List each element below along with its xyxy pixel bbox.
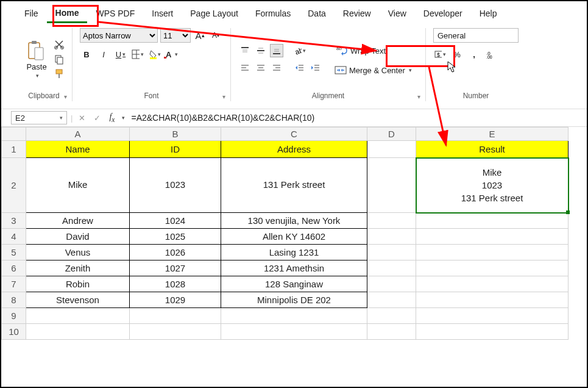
increase-decimal-icon[interactable]: .0.00 (484, 48, 498, 61)
cell[interactable]: Result (416, 141, 569, 158)
select-all-corner[interactable] (2, 128, 26, 141)
increase-font-icon[interactable]: A▴ (193, 29, 207, 42)
col-header-E[interactable]: E (416, 128, 569, 141)
orientation-icon[interactable]: ab▾ (293, 44, 306, 57)
cell[interactable]: 1028 (130, 276, 221, 292)
fx-icon[interactable]: fx (107, 112, 117, 124)
cell-selected[interactable]: Mike 1023 131 Perk street (416, 158, 569, 213)
cell[interactable] (367, 245, 416, 260)
cell[interactable]: 131 Perk street (221, 158, 367, 213)
cell[interactable]: 1024 (130, 213, 221, 229)
cell[interactable] (221, 308, 367, 324)
cell[interactable]: 1231 Amethsin (221, 260, 367, 276)
cell[interactable] (367, 260, 416, 276)
percent-icon[interactable]: % (450, 48, 464, 61)
cell[interactable]: Address (221, 141, 367, 158)
tab-review[interactable]: Review (335, 5, 380, 22)
tab-formulas[interactable]: Formulas (247, 5, 299, 22)
tab-view[interactable]: View (380, 5, 415, 22)
tab-home[interactable]: Home (47, 4, 88, 23)
cell[interactable]: Zenith (26, 260, 130, 276)
border-button[interactable]: ▾ (131, 48, 144, 61)
cell[interactable]: Lasing 1231 (221, 245, 367, 260)
cell[interactable]: 1029 (130, 292, 221, 308)
cell[interactable] (130, 308, 221, 324)
comma-icon[interactable]: , (467, 48, 481, 61)
cell[interactable]: ID (130, 141, 221, 158)
align-middle-icon[interactable] (254, 44, 267, 57)
bold-button[interactable]: B (80, 48, 93, 61)
row-header[interactable]: 2 (2, 158, 26, 213)
tab-developer[interactable]: Developer (415, 5, 471, 22)
font-size-select[interactable]: 11 (160, 28, 191, 43)
cell[interactable] (416, 324, 569, 340)
merge-center-button[interactable]: Merge & Center ▾ (331, 64, 416, 76)
cell[interactable] (367, 308, 416, 324)
decrease-indent-icon[interactable] (293, 61, 306, 74)
tab-help[interactable]: Help (471, 5, 506, 22)
dialog-launcher-icon[interactable]: ▾ (417, 93, 420, 100)
cell[interactable]: 1027 (130, 260, 221, 276)
name-box[interactable]: E2▾ (11, 111, 67, 124)
increase-indent-icon[interactable] (309, 61, 322, 74)
cut-icon[interactable] (54, 39, 65, 50)
tab-wpspdf[interactable]: WPS PDF (87, 5, 143, 22)
align-top-icon[interactable] (238, 44, 252, 57)
tab-insert[interactable]: Insert (143, 5, 182, 22)
cell[interactable] (367, 292, 416, 308)
cell[interactable] (221, 324, 367, 340)
tab-pagelayout[interactable]: Page Layout (182, 5, 247, 22)
cell[interactable]: Minnipolis DE 202 (221, 292, 367, 308)
format-painter-icon[interactable] (54, 68, 65, 79)
cell[interactable]: Allen KY 14602 (221, 229, 367, 245)
cell[interactable]: 130 venujila, New York (221, 213, 367, 229)
accounting-format-icon[interactable]: $▾ (433, 48, 447, 61)
dialog-launcher-icon[interactable]: ▾ (64, 93, 67, 100)
tab-data[interactable]: Data (299, 5, 335, 22)
cell[interactable] (367, 141, 416, 158)
row-header[interactable]: 3 (2, 213, 26, 229)
cell[interactable] (416, 308, 569, 324)
cell[interactable] (367, 213, 416, 229)
align-center-icon[interactable] (254, 61, 267, 74)
col-header-B[interactable]: B (130, 128, 221, 141)
enter-icon[interactable]: ✓ (91, 113, 103, 123)
cell[interactable]: 128 Sanginaw (221, 276, 367, 292)
tab-file[interactable]: File (16, 5, 47, 22)
cell[interactable] (26, 324, 130, 340)
cell[interactable]: Andrew (26, 213, 130, 229)
cell[interactable] (416, 229, 569, 245)
cell[interactable]: Name (26, 141, 130, 158)
cell[interactable]: 1023 (130, 158, 221, 213)
cell[interactable] (130, 324, 221, 340)
row-header[interactable]: 8 (2, 292, 26, 308)
col-header-A[interactable]: A (26, 128, 130, 141)
wrap-text-button[interactable]: ab Wrap Text (331, 42, 403, 59)
italic-button[interactable]: I (97, 48, 110, 61)
font-color-button[interactable]: A▾ (165, 48, 179, 61)
cell[interactable]: Stevenson (26, 292, 130, 308)
align-bottom-icon[interactable] (270, 44, 283, 57)
cell[interactable]: Mike (26, 158, 130, 213)
dialog-launcher-icon[interactable]: ▾ (222, 93, 225, 100)
paste-button[interactable]: Paste ▾ (23, 40, 50, 79)
cell[interactable]: 1026 (130, 245, 221, 260)
cell[interactable] (416, 213, 569, 229)
number-format-select[interactable]: General (433, 28, 519, 43)
copy-icon[interactable] (54, 54, 65, 65)
font-name-select[interactable]: Aptos Narrow (80, 28, 158, 43)
cell[interactable] (416, 276, 569, 292)
underline-button[interactable]: U▾ (114, 48, 127, 61)
col-header-C[interactable]: C (221, 128, 367, 141)
decrease-font-icon[interactable]: A▾ (209, 29, 222, 42)
align-left-icon[interactable] (238, 61, 252, 74)
row-header[interactable]: 1 (2, 141, 26, 158)
row-header[interactable]: 5 (2, 245, 26, 260)
formula-input[interactable]: =A2&CHAR(10)&B2&CHAR(10)&C2&CHAR(10) (129, 113, 582, 123)
cell[interactable] (367, 324, 416, 340)
cell[interactable] (416, 292, 569, 308)
cell[interactable]: David (26, 229, 130, 245)
cell[interactable] (367, 276, 416, 292)
row-header[interactable]: 7 (2, 276, 26, 292)
cell[interactable] (367, 158, 416, 213)
